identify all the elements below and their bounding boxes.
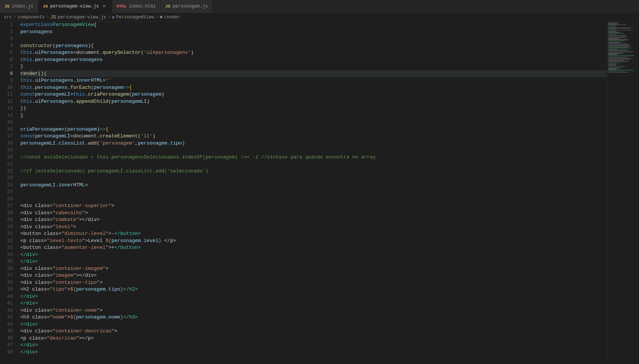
js-icon: JS xyxy=(165,4,170,9)
code-line-13: }) xyxy=(20,105,607,112)
line-number-37: 37 xyxy=(4,272,13,279)
line-number-3: 3 xyxy=(4,35,13,43)
line-number-2: 2 xyxy=(4,29,13,36)
breadcrumb-method: render xyxy=(164,15,180,20)
minimap-line xyxy=(608,35,627,36)
line-number-39: 39 xyxy=(4,286,13,293)
code-area[interactable]: export class PersonagemView{ personagens… xyxy=(19,21,607,363)
breadcrumb-src: src xyxy=(4,15,12,20)
code-line-20: //const estaSelecionado = this.personage… xyxy=(20,154,607,161)
code-line-1: export class PersonagemView{ xyxy=(20,21,607,29)
code-line-36: <div class="container-imagem"> xyxy=(20,265,607,273)
code-line-24: personagemLI.innerHTML = xyxy=(20,182,607,189)
minimap-line xyxy=(608,40,624,41)
breadcrumb-sep: > xyxy=(156,15,158,20)
line-number-40: 40 xyxy=(4,293,13,300)
code-line-15 xyxy=(20,119,607,126)
editor-container: 1234567891011121314151617181920212223242… xyxy=(0,21,639,363)
line-number-28: 28 xyxy=(4,210,13,217)
line-number-41: 41 xyxy=(4,300,13,307)
breadcrumb-class: PersonagemView xyxy=(116,15,154,20)
code-line-27: <div class="container-superior"> xyxy=(20,203,607,210)
breadcrumb-sep: > xyxy=(108,15,110,20)
line-number-31: 31 xyxy=(4,230,13,238)
minimap[interactable] xyxy=(607,21,639,363)
code-line-17: const personagemLI = document.createElem… xyxy=(20,133,607,140)
code-line-28: <div class="cabecalho"> xyxy=(20,210,607,217)
tab-close-button[interactable]: × xyxy=(101,3,107,9)
js-icon: JS xyxy=(43,4,48,9)
line-number-19: 19 xyxy=(4,147,13,154)
code-line-45: <div class="container-descricao"> xyxy=(20,328,607,335)
line-number-13: 13 xyxy=(4,105,13,112)
line-number-43: 43 xyxy=(4,314,13,321)
code-line-26: ` xyxy=(20,196,607,203)
breadcrumb: src > components > JS personagem-view.js… xyxy=(0,13,639,21)
code-line-35: </div> xyxy=(20,258,607,265)
code-line-21 xyxy=(20,161,607,168)
line-number-36: 36 xyxy=(4,265,13,273)
line-number-45: 45 xyxy=(4,328,13,335)
tab-label: index.js xyxy=(12,4,34,9)
line-number-46: 46 xyxy=(4,335,13,342)
line-number-48: 48 xyxy=(4,349,13,356)
minimap-line xyxy=(608,72,628,73)
method-icon: ⊕ xyxy=(160,14,163,20)
line-number-22: 22 xyxy=(4,168,13,175)
code-line-2: personagens xyxy=(20,29,607,36)
code-line-37: <div class="imagem"></div> xyxy=(20,272,607,279)
line-number-20: 20 xyxy=(4,154,13,161)
breadcrumb-sep: > xyxy=(14,15,16,20)
code-line-29: <div class="combate"></div> xyxy=(20,216,607,224)
line-number-18: 18 xyxy=(4,140,13,147)
code-line-3 xyxy=(20,35,607,43)
tab-personagem-view-js[interactable]: JS personagem-view.js × xyxy=(38,0,112,13)
code-line-40: </div> xyxy=(20,293,607,300)
code-line-32: <p class="level-texto">Level ${personage… xyxy=(20,238,607,245)
minimap-line xyxy=(608,51,634,52)
code-line-7: } xyxy=(20,63,607,70)
code-line-5: this.ulPersonagens = document.querySelec… xyxy=(20,49,607,56)
tab-label: personagem-view.js xyxy=(50,4,99,9)
js-file-icon: JS xyxy=(50,15,56,20)
code-line-22: //if (estaSelecionado) personagemLI.clas… xyxy=(20,168,607,175)
code-line-14: } xyxy=(20,112,607,119)
code-line-46: <p class="descricao"></p> xyxy=(20,335,607,342)
line-number-4: 4 xyxy=(4,43,13,50)
tab-personagem-js[interactable]: JS personagem.js xyxy=(161,0,213,13)
line-number-14: 14 xyxy=(4,112,13,119)
line-number-12: 12 xyxy=(4,98,13,105)
line-numbers: 1234567891011121314151617181920212223242… xyxy=(0,21,19,363)
line-number-24: 24 xyxy=(4,182,13,189)
line-number-21: 21 xyxy=(4,161,13,168)
line-number-35: 35 xyxy=(4,258,13,265)
code-line-48: </div> xyxy=(20,349,607,356)
line-number-10: 10 xyxy=(4,84,13,91)
line-number-25: 25 xyxy=(4,189,13,196)
tab-label: personagem.js xyxy=(172,4,208,9)
tab-index-js[interactable]: JS index.js xyxy=(0,0,38,13)
breadcrumb-components: components xyxy=(18,15,45,20)
code-line-31: <button class="diminuir-level">-</button… xyxy=(20,230,607,238)
code-line-39: <h2 class="tipo">${personagem.tipo}</h2> xyxy=(20,286,607,293)
html-icon: HTML xyxy=(117,4,127,9)
code-line-23 xyxy=(20,175,607,182)
code-line-18: personagemLI.classList.add('personagem',… xyxy=(20,140,607,147)
tab-bar: JS index.js JS personagem-view.js × HTML… xyxy=(0,0,639,13)
line-number-30: 30 xyxy=(4,224,13,231)
line-number-7: 7 xyxy=(4,63,13,70)
tab-index-html[interactable]: HTML index.html xyxy=(112,0,161,13)
code-line-11: const personagemLI = this.criaPersonagem… xyxy=(20,91,607,98)
breadcrumb-file: personagem-view.js xyxy=(57,15,106,20)
line-number-11: 11 xyxy=(4,91,13,98)
line-number-8: 8 xyxy=(4,70,13,78)
code-line-42: <div class="container-nome"> xyxy=(20,307,607,314)
minimap-line xyxy=(608,61,628,62)
line-number-15: 15 xyxy=(4,119,13,126)
line-number-26: 26 xyxy=(4,196,13,203)
line-number-44: 44 xyxy=(4,321,13,328)
code-line-47: </div> xyxy=(20,342,607,349)
line-number-16: 16 xyxy=(4,126,13,133)
code-line-8: render() { xyxy=(20,70,607,78)
line-number-33: 33 xyxy=(4,244,13,251)
